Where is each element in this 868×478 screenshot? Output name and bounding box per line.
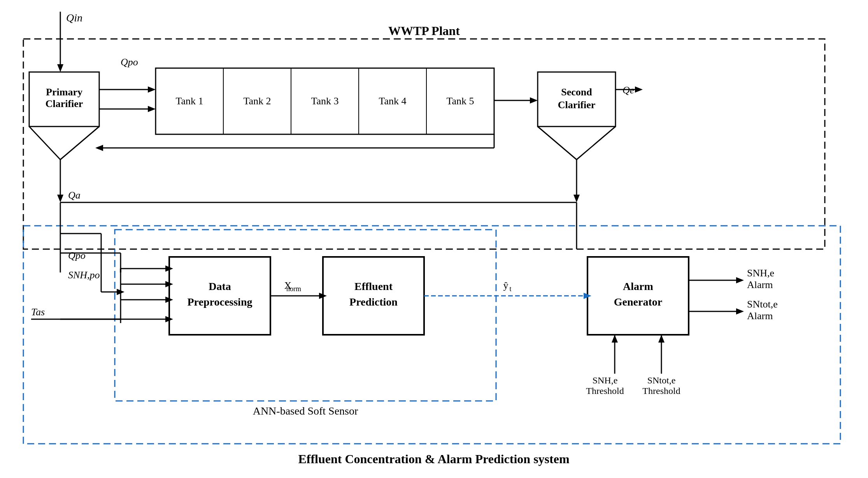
second-clarifier-label: Second — [561, 86, 592, 98]
svg-marker-30 — [635, 86, 643, 93]
effluent-system-label: Effluent Concentration & Alarm Predictio… — [298, 452, 569, 466]
alarm-generator-label2: Generator — [614, 296, 662, 308]
sntot-e-threshold-label: SNtot,e — [647, 375, 676, 385]
snh-po-label: SNH,po — [68, 269, 100, 281]
tank2-label: Tank 2 — [243, 95, 271, 107]
primary-clarifier-label: Primary — [46, 86, 82, 98]
sntot-e-alarm-label: SNtot,e — [747, 299, 778, 310]
tank4-label: Tank 4 — [379, 95, 406, 107]
svg-line-26 — [577, 127, 615, 160]
svg-line-25 — [538, 127, 577, 160]
tas-label: Tas — [31, 306, 45, 318]
wwtp-plant-label: WWTP Plant — [388, 24, 460, 38]
diagram-svg: WWTP Plant Qin Primary Clarifier Qpo — [0, 0, 868, 478]
primary-clarifier-label2: Clarifier — [46, 98, 83, 109]
qa-label: Qa — [68, 190, 81, 201]
qpo-top-label: Qpo — [121, 56, 138, 68]
svg-marker-60 — [612, 335, 618, 343]
diagram-container: WWTP Plant Qin Primary Clarifier Qpo — [0, 0, 868, 478]
svg-marker-19 — [530, 97, 538, 104]
qpo-bottom-label: Qpo — [68, 250, 86, 261]
svg-marker-23 — [95, 145, 103, 151]
tank1-label: Tank 1 — [175, 95, 203, 107]
svg-line-5 — [29, 127, 60, 160]
sntot-e-threshold-label2: Threshold — [642, 386, 680, 396]
snh-e-alarm-label: SNH,e — [747, 267, 774, 279]
alarm-generator-label: Alarm — [623, 280, 653, 292]
yhat-sub-label: t — [509, 285, 511, 293]
svg-marker-58 — [736, 308, 744, 315]
svg-marker-8 — [57, 195, 63, 202]
svg-marker-62 — [658, 335, 665, 343]
svg-line-6 — [60, 127, 99, 160]
snh-e-threshold-label: SNH,e — [593, 375, 618, 385]
qin-label: Qin — [66, 12, 82, 24]
yhat-label: ŷ — [503, 280, 509, 291]
ann-soft-sensor-label: ANN-based Soft Sensor — [253, 405, 358, 417]
snh-e-alarm-label2: Alarm — [747, 279, 773, 290]
svg-marker-12 — [148, 106, 156, 112]
svg-rect-32 — [23, 226, 840, 444]
svg-marker-28 — [573, 195, 580, 202]
svg-marker-56 — [736, 277, 744, 283]
second-clarifier-label2: Clarifier — [558, 99, 596, 111]
tank5-label: Tank 5 — [446, 95, 474, 107]
data-preprocessing-label: Data — [209, 280, 231, 292]
svg-marker-10 — [148, 86, 156, 93]
effluent-prediction-label: Effluent — [354, 280, 393, 292]
tank3-label: Tank 3 — [311, 95, 338, 107]
snh-e-threshold-label2: Threshold — [586, 386, 624, 396]
sntot-e-alarm-label2: Alarm — [747, 310, 773, 322]
svg-marker-3 — [57, 64, 63, 72]
effluent-prediction-label2: Prediction — [349, 296, 398, 308]
data-preprocessing-label2: Preprocessing — [188, 296, 253, 308]
x-norm-sub-label: norm — [286, 285, 301, 293]
